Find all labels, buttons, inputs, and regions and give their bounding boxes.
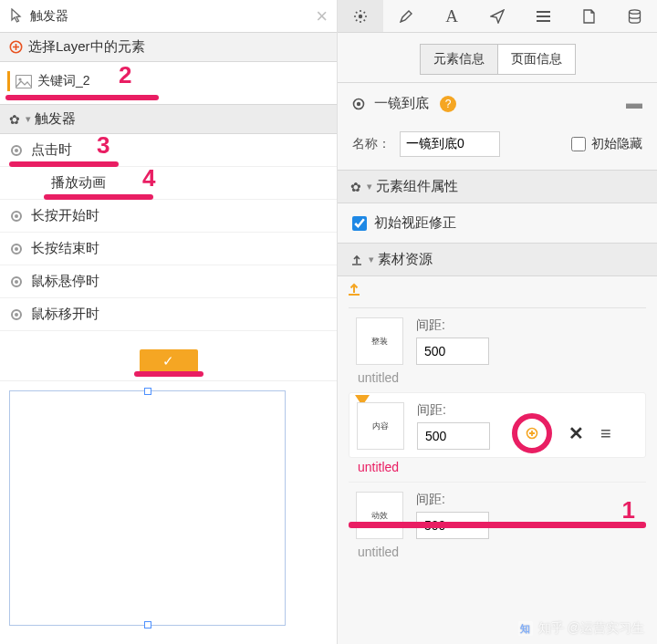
annotation-1: 1 bbox=[622, 496, 635, 525]
record-icon bbox=[11, 309, 22, 320]
confirm-button[interactable]: ✓ bbox=[140, 349, 198, 373]
add-asset-button[interactable] bbox=[512, 413, 552, 453]
name-label: 名称： bbox=[352, 136, 391, 152]
trigger-label: 长按结束时 bbox=[31, 240, 99, 257]
svg-point-6 bbox=[357, 101, 360, 105]
trigger-longpress-start[interactable]: 长按开始时 bbox=[0, 200, 337, 233]
annotation-underline-1 bbox=[349, 522, 646, 528]
trigger-section-header[interactable]: ✿ ▾ 触发器 bbox=[0, 104, 337, 134]
asset-item[interactable]: 动效 间距: bbox=[349, 482, 646, 543]
tool-text[interactable]: A bbox=[429, 0, 474, 32]
tab-page-info[interactable]: 页面信息 bbox=[497, 44, 576, 75]
trigger-label: 鼠标移开时 bbox=[31, 306, 99, 323]
tool-edit[interactable] bbox=[383, 0, 429, 32]
right-panel: A 元素信息 页面信息 一镜到底 ? ▬ 名称： 初始隐藏 ✿ ▾ 元素组件属性 bbox=[338, 0, 657, 644]
gear-icon: ✿ bbox=[350, 180, 361, 194]
caret-down-icon: ▾ bbox=[369, 254, 374, 265]
add-icon bbox=[9, 40, 23, 54]
keyword-label: 关键词_2 bbox=[37, 73, 90, 89]
record-icon bbox=[11, 276, 22, 287]
asset-item-active[interactable]: 内容 间距: ✕ ≡ bbox=[349, 392, 646, 458]
resize-handle-top[interactable] bbox=[144, 388, 151, 395]
trigger-label: 长按开始时 bbox=[31, 207, 99, 224]
zhihu-logo-icon: 知 bbox=[518, 621, 533, 636]
asset-item[interactable]: 整装 间距: bbox=[349, 307, 646, 369]
keyword-row[interactable]: 关键词_2 2 bbox=[0, 62, 337, 104]
left-header: 触发器 × bbox=[0, 0, 337, 33]
viewfix-label: 初始视距修正 bbox=[374, 214, 456, 232]
delete-asset-icon[interactable]: ✕ bbox=[568, 422, 584, 444]
assets-header-label: 素材资源 bbox=[378, 251, 433, 268]
viewfix-row: 初始视距修正 bbox=[338, 203, 657, 243]
tool-doc[interactable] bbox=[566, 0, 611, 32]
record-icon bbox=[11, 211, 22, 222]
dist-label: 间距: bbox=[416, 492, 489, 508]
help-icon[interactable]: ? bbox=[440, 96, 456, 112]
image-icon bbox=[16, 75, 32, 88]
name-input[interactable] bbox=[400, 131, 500, 157]
collapse-icon[interactable]: ▬ bbox=[626, 94, 642, 113]
watermark: 知 知乎 @运营实习生 bbox=[518, 620, 644, 637]
trigger-play-animation[interactable]: 播放动画 4 bbox=[0, 167, 337, 200]
asset-title: untitled bbox=[349, 543, 646, 566]
right-toolbar: A bbox=[338, 0, 657, 33]
gear-icon: ✿ bbox=[9, 112, 20, 127]
active-bar bbox=[7, 71, 10, 91]
component-props-header[interactable]: ✿ ▾ 元素组件属性 bbox=[338, 170, 657, 203]
record-icon bbox=[352, 98, 365, 110]
section-title: 一镜到底 bbox=[374, 95, 429, 112]
caret-down-icon: ▾ bbox=[367, 181, 372, 192]
trigger-label: 播放动画 bbox=[51, 174, 106, 192]
tool-send[interactable] bbox=[474, 0, 520, 32]
record-icon bbox=[11, 244, 22, 254]
resize-handle-bottom[interactable] bbox=[144, 621, 151, 628]
dist-input[interactable] bbox=[416, 338, 489, 365]
asset-title: untitled bbox=[349, 458, 646, 482]
asset-distance: 间距: bbox=[417, 402, 490, 450]
hidden-label: 初始隐藏 bbox=[591, 136, 642, 152]
watermark-text: 知乎 @运营实习生 bbox=[538, 620, 644, 637]
select-layer-row[interactable]: 选择Layer中的元素 bbox=[0, 33, 337, 62]
pointer-icon bbox=[9, 8, 23, 24]
trigger-on-click[interactable]: 点击时 3 bbox=[0, 134, 337, 167]
name-row: 名称： 初始隐藏 bbox=[338, 124, 657, 170]
component-props-label: 元素组件属性 bbox=[376, 178, 458, 195]
dist-input[interactable] bbox=[417, 422, 490, 450]
annotation-underline-confirm bbox=[134, 371, 203, 377]
trigger-hover[interactable]: 鼠标悬停时 bbox=[0, 265, 337, 298]
svg-point-3 bbox=[359, 14, 362, 17]
asset-thumb: 内容 bbox=[357, 402, 404, 450]
asset-thumb: 动效 bbox=[356, 492, 403, 539]
hidden-checkbox[interactable] bbox=[571, 137, 586, 151]
viewfix-checkbox[interactable] bbox=[352, 216, 367, 231]
canvas-area[interactable] bbox=[0, 380, 337, 644]
selected-element-box[interactable] bbox=[9, 390, 286, 626]
asset-actions: ✕ ≡ bbox=[512, 413, 611, 453]
select-layer-label: 选择Layer中的元素 bbox=[28, 38, 145, 56]
trigger-label: 点击时 bbox=[31, 141, 72, 159]
svg-rect-1 bbox=[16, 75, 32, 88]
trigger-mouseleave[interactable]: 鼠标移开时 bbox=[0, 298, 337, 331]
section-row: 一镜到底 ? ▬ bbox=[338, 83, 657, 124]
tab-element-info[interactable]: 元素信息 bbox=[420, 44, 497, 75]
annotation-4: 4 bbox=[142, 164, 155, 192]
info-tabs: 元素信息 页面信息 bbox=[338, 33, 657, 82]
trigger-longpress-end[interactable]: 长按结束时 bbox=[0, 233, 337, 265]
asset-distance: 间距: bbox=[416, 492, 489, 539]
close-icon[interactable]: × bbox=[316, 5, 328, 28]
upload-button[interactable] bbox=[338, 276, 657, 302]
dist-label: 间距: bbox=[417, 402, 490, 419]
svg-point-4 bbox=[629, 9, 640, 13]
trigger-label: 鼠标悬停时 bbox=[31, 273, 99, 290]
trigger-header-label: 触发器 bbox=[35, 110, 76, 128]
upload-icon bbox=[350, 254, 363, 266]
tool-list[interactable] bbox=[520, 0, 566, 32]
tool-db[interactable] bbox=[611, 0, 657, 32]
trigger-list: 点击时 3 播放动画 4 长按开始时 长按结束时 鼠标悬停时 鼠标移开时 bbox=[0, 134, 337, 331]
assets-header[interactable]: ▾ 素材资源 bbox=[338, 243, 657, 276]
annotation-2: 2 bbox=[119, 61, 131, 89]
record-icon bbox=[11, 145, 22, 156]
tool-settings[interactable] bbox=[338, 0, 383, 32]
reorder-icon[interactable]: ≡ bbox=[600, 423, 611, 444]
annotation-underline-2 bbox=[5, 95, 159, 100]
